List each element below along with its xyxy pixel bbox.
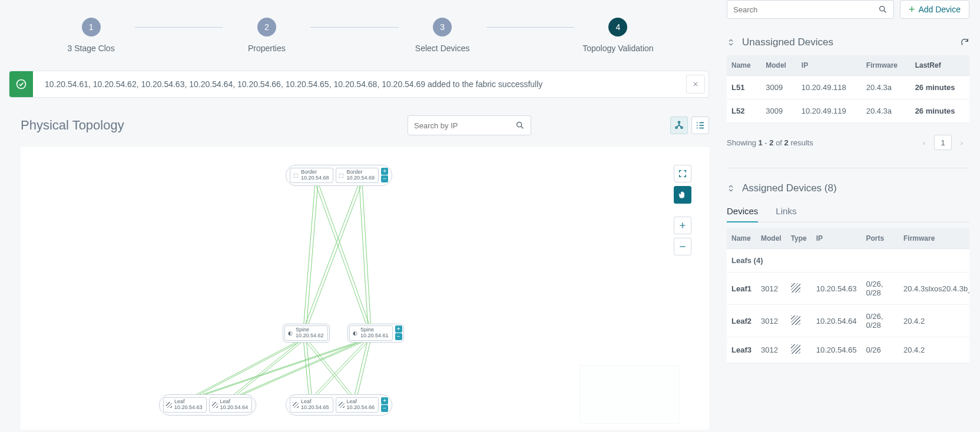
node-spine-1[interactable]: ◐ Spine10.20.54.62 [284, 325, 328, 341]
svg-line-14 [188, 338, 306, 400]
spine-2[interactable]: ◐ Spine10.20.54.61 +− [347, 324, 404, 343]
topology-search[interactable] [408, 115, 531, 135]
prev-page-button[interactable]: ‹ [916, 135, 932, 150]
type-icon [786, 337, 812, 363]
node-leaf-a1[interactable]: Leaf10.20.54.63 [163, 397, 207, 413]
canvas-controls [674, 165, 691, 255]
spine-1[interactable]: ◐ Spine10.20.54.62 [283, 324, 330, 343]
table-row[interactable]: Leaf3 3012 10.20.54.65 0/26 20.4.2 [727, 337, 969, 363]
success-alert: 10.20.54.61, 10.20.54.62, 10.20.54.63, 1… [9, 71, 709, 98]
svg-line-6 [306, 182, 318, 330]
fullscreen-button[interactable] [674, 165, 691, 182]
svg-line-26 [312, 338, 371, 400]
svg-point-2 [678, 121, 680, 123]
node-leaf-a2[interactable]: Leaf10.20.54.64 [209, 397, 253, 413]
list-view-button[interactable] [691, 117, 709, 134]
alert-text: 10.20.54.61, 10.20.54.62, 10.20.54.63, 1… [33, 79, 686, 89]
svg-line-24 [230, 338, 371, 400]
close-button[interactable] [686, 75, 705, 94]
border-group[interactable]: ⬚ Border10.20.54.68 ⬚ Border10.20.54.69 … [286, 165, 392, 186]
step-connector [310, 27, 398, 28]
pan-button[interactable] [674, 186, 691, 204]
svg-line-9 [303, 182, 359, 330]
unassigned-pager: Showing 1 - 2 of 2 results ‹ 1 › [727, 123, 969, 168]
svg-line-19 [303, 338, 353, 400]
step-1[interactable]: 1 3 Stage Clos [47, 18, 135, 53]
add-leaf-button[interactable]: + [381, 397, 388, 404]
svg-line-5 [303, 182, 315, 330]
svg-line-12 [362, 182, 371, 330]
svg-line-18 [306, 338, 312, 400]
assigned-table: Name Model Type IP Ports Firmware Leafs … [727, 228, 969, 363]
add-spine-button[interactable]: + [395, 325, 402, 333]
step-2[interactable]: 2 Properties [223, 18, 310, 53]
svg-line-25 [309, 338, 368, 400]
svg-line-8 [318, 182, 371, 330]
step-label: Select Devices [399, 44, 486, 53]
node-border-2[interactable]: ⬚ Border10.20.54.69 [336, 168, 379, 183]
svg-line-7 [315, 182, 368, 330]
step-number: 3 [433, 18, 452, 36]
border-icon: ⬚ [293, 172, 299, 178]
node-spine-2[interactable]: ◐ Spine10.20.54.61 [349, 325, 393, 341]
svg-line-21 [186, 338, 368, 400]
node-border-1[interactable]: ⬚ Border10.20.54.68 [290, 168, 333, 183]
svg-point-1 [517, 122, 522, 127]
step-3[interactable]: 3 Select Devices [399, 18, 486, 53]
zoom-in-button[interactable] [674, 217, 691, 234]
table-row[interactable]: L51 3009 10.20.49.118 20.4.3a 26 minutes [727, 76, 969, 99]
plus-icon: + [909, 4, 915, 15]
remove-border-button[interactable]: − [381, 175, 388, 182]
assigned-tabs: Devices Links [727, 201, 969, 222]
add-border-button[interactable]: + [381, 168, 388, 175]
check-circle-icon [9, 71, 33, 97]
step-label: Topology Validation [574, 44, 662, 53]
page-number[interactable]: 1 [934, 135, 952, 150]
search-icon [878, 5, 888, 14]
step-number: 1 [82, 18, 101, 36]
topology-canvas[interactable]: ⬚ Border10.20.54.68 ⬚ Border10.20.54.69 … [21, 147, 709, 430]
remove-spine-button[interactable]: − [395, 333, 402, 340]
node-leaf-b2[interactable]: Leaf10.20.54.66 [336, 397, 379, 413]
stepper: 1 3 Stage Clos 2 Properties 3 Select Dev… [0, 6, 709, 71]
leaf-icon [212, 402, 218, 408]
spine-icon: ◐ [352, 330, 358, 336]
search-input[interactable] [733, 5, 878, 14]
topology-view-button[interactable] [670, 117, 688, 134]
svg-line-11 [359, 182, 368, 330]
leaf-group-b[interactable]: Leaf10.20.54.65 Leaf10.20.54.66 +− [286, 394, 392, 416]
divider [727, 168, 969, 168]
table-row[interactable]: L52 3009 10.20.49.119 20.4.3a 26 minutes [727, 99, 969, 123]
page-title: Physical Topology [21, 118, 408, 133]
topology-header: Physical Topology [0, 115, 709, 147]
table-row[interactable]: Leaf1 3012 10.20.54.63 0/26, 0/28 20.4.3… [727, 273, 969, 305]
minimap [580, 365, 680, 424]
svg-line-13 [186, 338, 303, 400]
svg-line-15 [227, 338, 303, 400]
tab-links[interactable]: Links [776, 201, 796, 222]
leaf-icon [166, 402, 172, 408]
leaf-group-a[interactable]: Leaf10.20.54.63 Leaf10.20.54.64 [159, 394, 256, 416]
add-device-button[interactable]: + Add Device [900, 0, 969, 19]
svg-line-28 [356, 338, 371, 400]
svg-point-0 [17, 80, 26, 89]
device-search[interactable] [727, 0, 894, 19]
search-input[interactable] [414, 121, 515, 130]
collapse-icon[interactable] [727, 184, 735, 192]
refresh-button[interactable] [960, 37, 969, 48]
leaf-icon [293, 402, 299, 408]
tab-devices[interactable]: Devices [727, 201, 758, 222]
next-page-button[interactable]: › [954, 135, 969, 150]
table-row[interactable]: Leaf2 3012 10.20.54.64 0/26, 0/28 20.4.2 [727, 305, 969, 337]
svg-line-20 [306, 338, 356, 400]
svg-line-10 [306, 182, 362, 330]
node-leaf-b1[interactable]: Leaf10.20.54.65 [290, 397, 333, 413]
step-4[interactable]: 4 Topology Validation [574, 18, 662, 53]
collapse-icon[interactable] [727, 38, 735, 46]
step-connector [486, 27, 574, 28]
zoom-out-button[interactable] [674, 238, 691, 255]
remove-leaf-button[interactable]: − [381, 405, 388, 412]
svg-line-27 [353, 338, 368, 400]
leaf-icon [339, 402, 345, 408]
search-icon [515, 121, 525, 130]
